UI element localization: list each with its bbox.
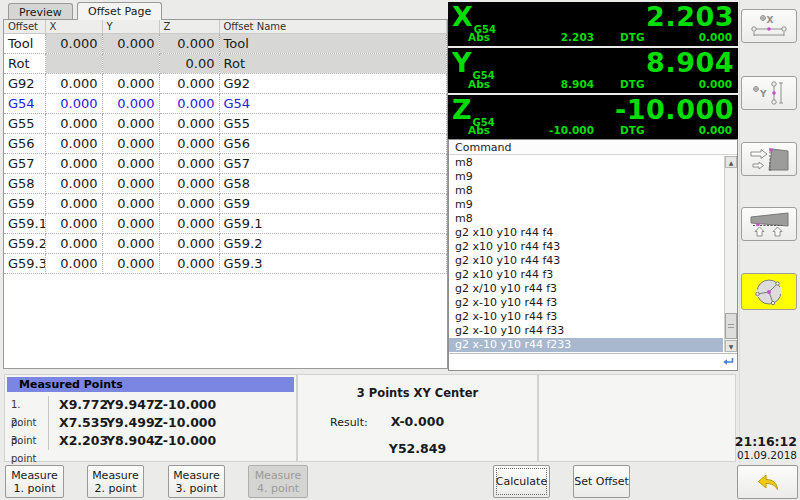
command-entry[interactable]: g2 x-10 y10 r44 f233 xyxy=(449,338,723,352)
command-entry[interactable]: m8 xyxy=(449,184,723,198)
measure-point-3-button[interactable]: Measure 3. point xyxy=(168,465,225,498)
offset-row-g59-1[interactable]: G59.10.0000.0000.000G59.1 xyxy=(4,214,447,234)
offset-cell-y[interactable]: 0.000 xyxy=(102,194,159,214)
offset-cell-y[interactable]: 0.000 xyxy=(102,174,159,194)
offset-cell-z[interactable]: 0.000 xyxy=(159,94,219,114)
offset-cell-z[interactable]: 0.000 xyxy=(159,34,219,54)
offset-cell-x[interactable]: 0.000 xyxy=(45,234,102,254)
offset-cell-y[interactable]: 0.000 xyxy=(102,94,159,114)
offset-cell-z[interactable]: 0.000 xyxy=(159,234,219,254)
offset-row-g59-2[interactable]: G59.20.0000.0000.000G59.2 xyxy=(4,234,447,254)
measure-tool-x-button[interactable]: X xyxy=(741,9,797,43)
command-entry[interactable]: m9 xyxy=(449,170,723,184)
command-entry[interactable]: g2 x10 y10 r44 f43 xyxy=(449,240,723,254)
offset-cell-offset[interactable]: G59.1 xyxy=(4,214,45,234)
offset-cell-x[interactable]: 0.000 xyxy=(45,154,102,174)
offset-cell-offset[interactable]: G54 xyxy=(4,94,45,114)
mdi-command-input[interactable] xyxy=(449,353,737,370)
offset-cell-z[interactable]: 0.000 xyxy=(159,214,219,234)
set-offset-button[interactable]: Set Offset xyxy=(573,465,630,498)
command-entry[interactable]: m8 xyxy=(449,156,723,170)
offset-row-g55[interactable]: G550.0000.0000.000G55 xyxy=(4,114,447,134)
offset-cell-x[interactable]: 0.000 xyxy=(45,74,102,94)
command-entry[interactable]: g2 x-10 y10 r44 f3 xyxy=(449,296,723,310)
offset-row-rot[interactable]: Rot0.00Rot xyxy=(4,54,447,74)
offset-cell-y[interactable]: 0.000 xyxy=(102,114,159,134)
measure-point-4-button-disabled[interactable]: Measure 4. point xyxy=(248,465,308,498)
offset-row-g59-3[interactable]: G59.30.0000.0000.000G59.3 xyxy=(4,254,447,274)
offset-cell-z[interactable]: 0.000 xyxy=(159,74,219,94)
measure-tool-y-button[interactable]: Y xyxy=(741,76,797,110)
offset-cell-offset[interactable]: G59.3 xyxy=(4,254,45,274)
back-button[interactable] xyxy=(737,465,798,499)
offset-cell-offset[interactable]: G57 xyxy=(4,154,45,174)
offset-cell-name[interactable]: G56 xyxy=(219,134,447,154)
command-entry[interactable]: g2 x10 y10 r44 f4 xyxy=(449,226,723,240)
offset-row-g54[interactable]: G540.0000.0000.000G54 xyxy=(4,94,447,114)
offset-cell-z[interactable]: 0.000 xyxy=(159,134,219,154)
offset-cell-y[interactable] xyxy=(102,54,159,74)
offset-cell-y[interactable]: 0.000 xyxy=(102,234,159,254)
measure-circle-3point-button[interactable] xyxy=(741,273,797,310)
offset-cell-y[interactable]: 0.000 xyxy=(102,34,159,54)
offset-cell-name[interactable]: G54 xyxy=(219,94,447,114)
offset-cell-z[interactable]: 0.000 xyxy=(159,194,219,214)
offset-cell-x[interactable]: 0.000 xyxy=(45,34,102,54)
offset-cell-name[interactable]: Rot xyxy=(219,54,447,74)
offset-cell-offset[interactable]: Rot xyxy=(4,54,45,74)
offset-cell-x[interactable]: 0.000 xyxy=(45,114,102,134)
offset-row-g92[interactable]: G920.0000.0000.000G92 xyxy=(4,74,447,94)
dro-axis-x[interactable]: XG54 2.203 Abs 2.203 DTG 0.000 xyxy=(448,2,738,46)
command-scrollbar[interactable]: ▲ ▼ xyxy=(724,156,737,352)
offset-cell-y[interactable]: 0.000 xyxy=(102,134,159,154)
offset-row-g56[interactable]: G560.0000.0000.000G56 xyxy=(4,134,447,154)
offset-cell-offset[interactable]: G58 xyxy=(4,174,45,194)
offset-cell-x[interactable]: 0.000 xyxy=(45,174,102,194)
offset-cell-x[interactable]: 0.000 xyxy=(45,254,102,274)
offset-cell-z[interactable]: 0.000 xyxy=(159,174,219,194)
offset-cell-z[interactable]: 0.00 xyxy=(159,54,219,74)
offset-row-g57[interactable]: G570.0000.0000.000G57 xyxy=(4,154,447,174)
scrollbar-thumb[interactable] xyxy=(725,313,737,339)
offset-cell-x[interactable]: 0.000 xyxy=(45,94,102,114)
offset-cell-name[interactable]: G59 xyxy=(219,194,447,214)
offset-cell-x[interactable] xyxy=(45,54,102,74)
offset-cell-name[interactable]: G59.1 xyxy=(219,214,447,234)
offset-cell-name[interactable]: G92 xyxy=(219,74,447,94)
offset-cell-offset[interactable]: G92 xyxy=(4,74,45,94)
offset-cell-z[interactable]: 0.000 xyxy=(159,154,219,174)
offset-cell-name[interactable]: G55 xyxy=(219,114,447,134)
offset-cell-z[interactable]: 0.000 xyxy=(159,254,219,274)
offset-cell-z[interactable]: 0.000 xyxy=(159,114,219,134)
dro-axis-y[interactable]: YG54 8.904 Abs 8.904 DTG 0.000 xyxy=(448,48,738,92)
command-entry[interactable]: g2 x-10 y10 r44 f33 xyxy=(449,324,723,338)
scroll-down-icon[interactable]: ▼ xyxy=(725,340,737,352)
offset-cell-y[interactable]: 0.000 xyxy=(102,154,159,174)
command-entry[interactable]: g2 x-10 y10 r44 f3 xyxy=(449,310,723,324)
command-entry[interactable]: g2 x10 y10 r44 f43 xyxy=(449,254,723,268)
tab-offset-page[interactable]: Offset Page xyxy=(77,2,162,20)
offset-cell-name[interactable]: G57 xyxy=(219,154,447,174)
scroll-up-icon[interactable]: ▲ xyxy=(725,156,737,168)
measure-point-1-button[interactable]: Measure 1. point xyxy=(5,465,64,498)
calculate-button[interactable]: Calculate xyxy=(493,465,550,498)
offset-cell-x[interactable]: 0.000 xyxy=(45,214,102,234)
command-entry[interactable]: g2 x/10 y10 r44 f3 xyxy=(449,282,723,296)
offset-row-g59[interactable]: G590.0000.0000.000G59 xyxy=(4,194,447,214)
command-entry[interactable]: m9 xyxy=(449,198,723,212)
command-entry[interactable]: g2 x10 y10 r44 f3 xyxy=(449,268,723,282)
tab-preview[interactable]: Preview xyxy=(8,3,73,20)
offset-row-tool[interactable]: Tool0.0000.0000.000Tool xyxy=(4,34,447,54)
dro-axis-z[interactable]: ZG54 -10.000 Abs -10.000 DTG 0.000 xyxy=(448,95,738,139)
offset-cell-offset[interactable]: G59.2 xyxy=(4,234,45,254)
offset-cell-x[interactable]: 0.000 xyxy=(45,134,102,154)
offset-cell-y[interactable]: 0.000 xyxy=(102,254,159,274)
offset-cell-name[interactable]: G58 xyxy=(219,174,447,194)
offset-cell-y[interactable]: 0.000 xyxy=(102,214,159,234)
offset-cell-y[interactable]: 0.000 xyxy=(102,74,159,94)
measure-point-2-button[interactable]: Measure 2. point xyxy=(87,465,144,498)
offset-cell-name[interactable]: Tool xyxy=(219,34,447,54)
offset-cell-x[interactable]: 0.000 xyxy=(45,194,102,214)
offset-cell-offset[interactable]: G55 xyxy=(4,114,45,134)
offset-cell-offset[interactable]: Tool xyxy=(4,34,45,54)
